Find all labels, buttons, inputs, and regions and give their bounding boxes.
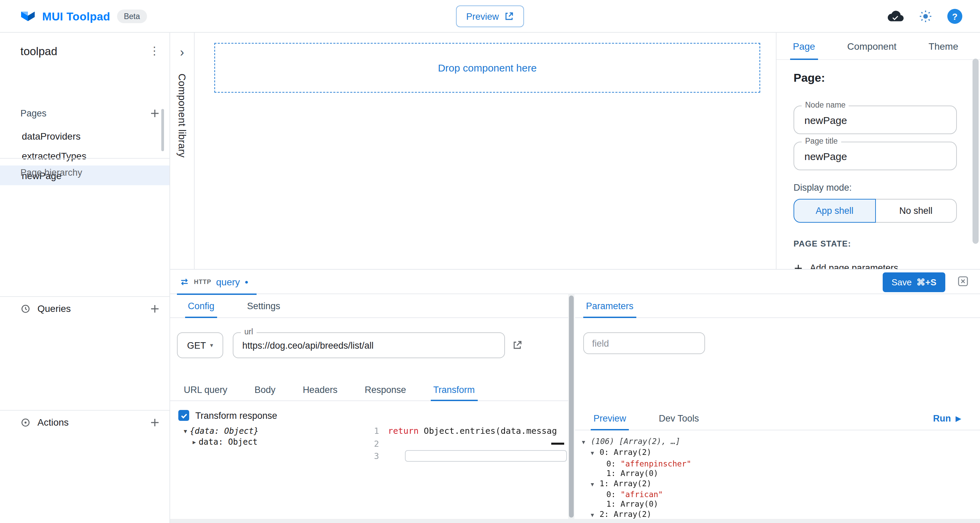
editor-overlay-dash xyxy=(551,443,564,445)
chevron-down-icon: ▾ xyxy=(210,342,213,349)
output-key: 1: xyxy=(606,469,616,478)
line-number: 3 xyxy=(361,450,379,463)
method-select[interactable]: GET ▾ xyxy=(177,332,223,358)
pages-header-label: Pages xyxy=(21,108,150,118)
tab-theme[interactable]: Theme xyxy=(929,33,958,60)
parameter-field xyxy=(583,332,705,354)
tab-preview[interactable]: Preview xyxy=(591,407,629,430)
queries-header-label: Queries xyxy=(37,303,143,314)
output-key: 0: xyxy=(606,490,616,499)
output-line[interactable]: ▼(106) [Array(2), …] xyxy=(575,437,980,448)
theme-toggle-button[interactable] xyxy=(919,10,932,23)
save-button-label: Save xyxy=(891,277,912,287)
http-config-tabs: URL query Body Headers Response Transfor… xyxy=(170,379,568,401)
page-item-dataproviders[interactable]: dataProviders xyxy=(0,126,169,146)
page-item-extractedtypes[interactable]: extractedTypes xyxy=(0,146,169,166)
open-url-button[interactable] xyxy=(512,340,523,351)
add-page-parameters-button[interactable]: Add page parameters xyxy=(794,263,898,269)
plus-icon xyxy=(794,263,803,269)
app-title: MUI Toolpad xyxy=(42,10,110,23)
output-string: "african" xyxy=(620,490,663,499)
chevron-right-icon[interactable]: › xyxy=(180,46,184,59)
tab-dev-tools[interactable]: Dev Tools xyxy=(656,407,702,430)
node-name-input[interactable] xyxy=(794,106,956,134)
output-text: Array(0) xyxy=(620,499,659,509)
parameter-field-input[interactable] xyxy=(584,333,705,354)
brand-area: MUI Toolpad Beta xyxy=(21,0,147,33)
canvas: › Component library Drop component here xyxy=(170,33,776,269)
tree-child-label: data: Object xyxy=(199,437,258,447)
request-config-pane: Config Settings GET ▾ url xyxy=(170,294,568,523)
toggle-app-shell[interactable]: App shell xyxy=(794,199,875,223)
checkbox-checked-icon[interactable] xyxy=(178,410,189,421)
close-icon xyxy=(958,276,969,287)
output-key: 0: xyxy=(606,459,616,469)
tab-component[interactable]: Component xyxy=(847,33,897,60)
deploy-status-button[interactable] xyxy=(888,10,904,22)
add-action-button[interactable] xyxy=(150,417,160,427)
horizontal-scrollbar-track[interactable] xyxy=(170,519,980,523)
url-input[interactable] xyxy=(234,333,504,357)
output-line[interactable]: ▼0: Array(2) xyxy=(575,448,980,459)
page-title-input[interactable] xyxy=(794,142,956,169)
inspector-panel: Page Component Theme Page: Node name Pag… xyxy=(776,33,980,269)
preview-button[interactable]: Preview xyxy=(456,5,524,27)
play-icon: ▶ xyxy=(956,415,961,422)
component-library-drawer[interactable]: › Component library xyxy=(170,33,195,269)
tab-settings[interactable]: Settings xyxy=(244,294,283,317)
panel-scrollbar-thumb[interactable] xyxy=(569,295,574,518)
tab-config[interactable]: Config xyxy=(185,294,217,317)
output-key: 1: xyxy=(600,478,609,488)
open-in-new-icon xyxy=(504,11,514,21)
transform-response-toggle[interactable]: Transform response xyxy=(178,410,277,421)
output-line: 0: "african" xyxy=(575,490,980,499)
add-page-parameters-label: Add page parameters xyxy=(810,263,898,269)
tab-parameters[interactable]: Parameters xyxy=(583,294,636,317)
actions-section-header[interactable]: Actions xyxy=(0,411,169,434)
tab-transform[interactable]: Transform xyxy=(430,379,477,400)
tab-body[interactable]: Body xyxy=(252,379,278,400)
result-tabs: Preview Dev Tools Run ▶ xyxy=(575,407,980,431)
tab-url-query[interactable]: URL query xyxy=(181,379,230,400)
transform-code-editor[interactable]: 1 2 3 return Object.entries(data.messag xyxy=(361,425,568,523)
queries-section-header[interactable]: Queries xyxy=(0,297,169,320)
preview-output: ▼(106) [Array(2), …] ▼0: Array(2) 0: "af… xyxy=(575,437,980,523)
output-line[interactable]: ▼1: Array(2) xyxy=(575,478,980,490)
kebab-icon: ⋮ xyxy=(149,46,160,56)
toolpad-app: MUI Toolpad Beta Preview xyxy=(0,0,980,523)
dropzone[interactable]: Drop component here xyxy=(215,43,760,92)
url-label: url xyxy=(241,328,256,336)
tab-page[interactable]: Page xyxy=(793,33,815,60)
code-content[interactable]: return Object.entries(data.messag xyxy=(388,425,568,523)
line-number: 1 xyxy=(361,425,379,437)
output-text: Array(2) xyxy=(614,448,652,458)
project-menu-button[interactable]: ⋮ xyxy=(149,46,160,56)
line-number: 2 xyxy=(361,437,379,450)
config-tabs: Config Settings xyxy=(170,294,568,318)
tree-node-data[interactable]: ▶ data: Object xyxy=(184,437,259,447)
actions-header-label: Actions xyxy=(37,417,143,428)
page-state-label: PAGE STATE: xyxy=(794,239,851,249)
tab-response[interactable]: Response xyxy=(362,379,409,400)
page-hierarchy-row[interactable]: Page hierarchy xyxy=(0,163,169,181)
add-page-button[interactable] xyxy=(150,108,160,118)
save-button[interactable]: Save ⌘+S xyxy=(883,273,945,292)
inspector-scrollbar[interactable] xyxy=(972,59,978,244)
parameters-tabs: Parameters xyxy=(575,294,980,318)
tree-node-root[interactable]: ▼ {data: Object} xyxy=(184,426,259,437)
output-text: Array(2) xyxy=(614,509,652,519)
pages-list-scrollbar[interactable] xyxy=(161,109,164,151)
query-editor-header: HTTP query ● Save ⌘+S xyxy=(170,269,980,294)
run-button[interactable]: Run ▶ xyxy=(933,407,961,430)
sun-icon xyxy=(919,10,932,23)
help-button[interactable]: ? xyxy=(947,9,962,24)
run-button-label: Run xyxy=(933,413,951,424)
tree-root-label: {data: Object} xyxy=(190,426,259,436)
add-query-button[interactable] xyxy=(150,303,160,314)
expanded-icon: ▼ xyxy=(184,428,187,434)
toggle-no-shell[interactable]: No shell xyxy=(875,199,957,223)
tab-headers[interactable]: Headers xyxy=(300,379,340,400)
close-panel-button[interactable] xyxy=(958,276,969,287)
output-text: (106) [Array(2), …] xyxy=(591,437,680,446)
query-tab[interactable]: HTTP query ● xyxy=(177,269,256,294)
